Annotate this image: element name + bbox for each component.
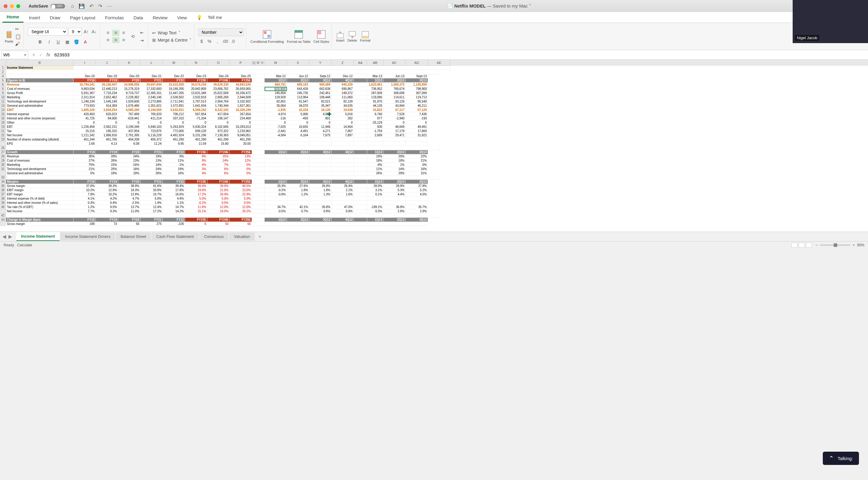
svg-rect-12 <box>363 36 368 37</box>
insert-cells-button[interactable]: Insert <box>336 31 344 42</box>
minimize-window-icon[interactable] <box>10 4 14 8</box>
align-left-icon[interactable]: ≡ <box>104 37 112 43</box>
increase-indent-icon[interactable]: ⇥ <box>138 37 145 44</box>
spreadsheet-grid[interactable]: BIJKLMNOPQRVWXYZAAABACADAE 1245689101113… <box>0 60 868 232</box>
zoom-level[interactable]: 90% <box>857 243 864 247</box>
underline-button[interactable]: U <box>55 38 61 45</box>
zoom-slider[interactable] <box>820 244 850 246</box>
format-painter-icon[interactable]: 🖌 <box>15 41 21 47</box>
sheet-tab-cashflow[interactable]: Cash Flow Statement <box>152 233 198 241</box>
sheet-cells[interactable]: Income StatementDec-18Dec-19Dec-20Dec-21… <box>6 66 868 226</box>
webcam-overlay: Nigel Jacob <box>793 0 868 43</box>
number-format-select[interactable]: Number <box>198 28 244 36</box>
svg-rect-9 <box>337 33 344 38</box>
copy-icon[interactable]: 📋 <box>15 34 21 39</box>
fill-color-icon[interactable]: 🪣 <box>73 38 80 45</box>
sheet-tab-drivers[interactable]: Income Statement Drivers <box>60 233 115 241</box>
autosave-label: AutoSave <box>29 4 48 8</box>
cut-icon[interactable]: ✂ <box>15 26 21 32</box>
page-layout-view-icon[interactable] <box>799 243 805 247</box>
conditional-formatting-button[interactable]: Conditional Formatting <box>250 30 284 43</box>
bold-button[interactable]: B <box>37 38 43 45</box>
status-ready: Ready <box>4 243 14 247</box>
decrease-decimal-icon[interactable]: .0 <box>230 38 236 44</box>
sheet-tab-consensus[interactable]: Consensus <box>199 233 228 241</box>
font-size-select[interactable]: 9 <box>68 28 82 36</box>
tab-draw[interactable]: Draw <box>45 13 64 23</box>
align-top-icon[interactable]: ≡ <box>104 30 112 36</box>
prev-sheet-icon[interactable]: ◀ <box>2 234 6 239</box>
sheet-tab-valuation[interactable]: Valuation <box>229 233 255 241</box>
font-group: Segoe UI 9 A↑ A↓ B I U ▦ 🪣 A <box>26 24 100 49</box>
status-calculate[interactable]: Calculate <box>17 243 32 247</box>
tab-tell-me[interactable]: 💡 Tell me <box>192 12 230 23</box>
orientation-icon[interactable]: ⟲ <box>130 33 136 40</box>
normal-view-icon[interactable] <box>792 243 798 247</box>
styles-group: Conditional Formatting Format as Table C… <box>248 24 332 49</box>
cells-group: Insert Delete Format <box>334 24 373 49</box>
ribbon-tabs: Home Insert Draw Page Layout Formulas Da… <box>0 12 868 23</box>
align-right-icon[interactable]: ≡ <box>120 37 127 43</box>
paste-button[interactable]: Paste <box>5 30 13 43</box>
tab-home[interactable]: Home <box>2 12 24 23</box>
redo-icon[interactable]: ↷ <box>98 3 102 9</box>
currency-icon[interactable]: $ <box>198 38 205 44</box>
font-name-select[interactable]: Segoe UI <box>28 28 67 36</box>
zoom-in-icon[interactable]: + <box>852 243 855 247</box>
clipboard-group: Paste ✂ 📋 🖌 <box>2 24 24 49</box>
font-color-icon[interactable]: A <box>82 38 89 45</box>
align-center-icon[interactable]: ≡ <box>112 37 119 43</box>
align-middle-icon[interactable]: ≡ <box>112 30 119 36</box>
borders-icon[interactable]: ▦ <box>64 38 70 45</box>
cancel-formula-icon[interactable]: ✕ <box>32 53 36 57</box>
formula-input[interactable]: 623933 <box>53 52 868 57</box>
svg-rect-4 <box>268 35 270 37</box>
accept-formula-icon[interactable]: ✓ <box>39 53 43 57</box>
decrease-font-icon[interactable]: A↓ <box>91 28 97 35</box>
undo-icon[interactable]: ↶ <box>90 3 93 9</box>
fx-icon[interactable]: fx <box>46 52 50 58</box>
more-icon[interactable]: ⋯ <box>107 3 112 9</box>
number-group: Number $ % , .00 .0 <box>196 24 246 49</box>
tab-view[interactable]: View <box>173 13 191 23</box>
add-sheet-button[interactable]: + <box>255 233 264 241</box>
tab-data[interactable]: Data <box>129 13 147 23</box>
increase-decimal-icon[interactable]: .00 <box>222 38 228 44</box>
save-icon[interactable]: 💾 <box>79 3 85 9</box>
percent-icon[interactable]: % <box>206 38 213 44</box>
sheet-tab-income-statement[interactable]: Income Statement <box>16 232 60 241</box>
page-break-view-icon[interactable] <box>806 243 812 247</box>
merge-centre-button[interactable]: ⊞ Merge & Centre ˅ <box>152 38 191 42</box>
svg-rect-6 <box>295 30 303 33</box>
sheet-tab-balance-sheet[interactable]: Balance Sheet <box>116 233 151 241</box>
zoom-out-icon[interactable]: − <box>815 243 818 247</box>
align-bottom-icon[interactable]: ≡ <box>120 30 127 36</box>
document-title: 📄 Netflix MODEL — Saved to my Mac ˅ <box>114 3 864 9</box>
ribbon: Paste ✂ 📋 🖌 Segoe UI 9 A↑ A↓ B I U ▦ 🪣 A <box>0 23 868 50</box>
cell-styles-button[interactable]: Cell Styles <box>313 30 329 43</box>
comma-icon[interactable]: , <box>214 38 221 44</box>
tab-formulas[interactable]: Formulas <box>101 13 128 23</box>
name-box[interactable]: W6▾ <box>1 51 28 59</box>
svg-rect-1 <box>7 31 10 32</box>
close-window-icon[interactable] <box>4 4 7 8</box>
delete-cells-button[interactable]: Delete <box>347 31 357 42</box>
tab-insert[interactable]: Insert <box>25 13 44 23</box>
autosave-toggle[interactable]: OFF <box>51 4 65 8</box>
svg-rect-8 <box>317 30 321 34</box>
wrap-text-button[interactable]: ↩ Wrap Text ˅ <box>152 30 191 35</box>
format-as-table-button[interactable]: Format as Table <box>287 30 311 43</box>
home-icon[interactable]: ⌂ <box>71 3 74 9</box>
tab-page-layout[interactable]: Page Layout <box>66 13 99 23</box>
row-headers: 1245689101113141516181921222326272829303… <box>0 66 6 226</box>
next-sheet-icon[interactable]: ▶ <box>8 234 12 239</box>
decrease-indent-icon[interactable]: ⇤ <box>138 29 145 36</box>
increase-font-icon[interactable]: A↑ <box>83 28 90 35</box>
format-cells-button[interactable]: Format <box>360 31 371 42</box>
wrap-merge-group: ↩ Wrap Text ˅ ⊞ Merge & Centre ˅ <box>150 24 194 49</box>
titlebar: AutoSave OFF ⌂ 💾 ↶ ↷ ⋯ 📄 Netflix MODEL —… <box>0 0 868 12</box>
italic-button[interactable]: I <box>46 38 53 45</box>
tab-review[interactable]: Review <box>149 13 172 23</box>
maximize-window-icon[interactable] <box>16 4 20 8</box>
alignment-group: ≡ ≡ ≡ ≡ ≡ ≡ ⟲ ⇤ ⇥ <box>102 24 148 49</box>
